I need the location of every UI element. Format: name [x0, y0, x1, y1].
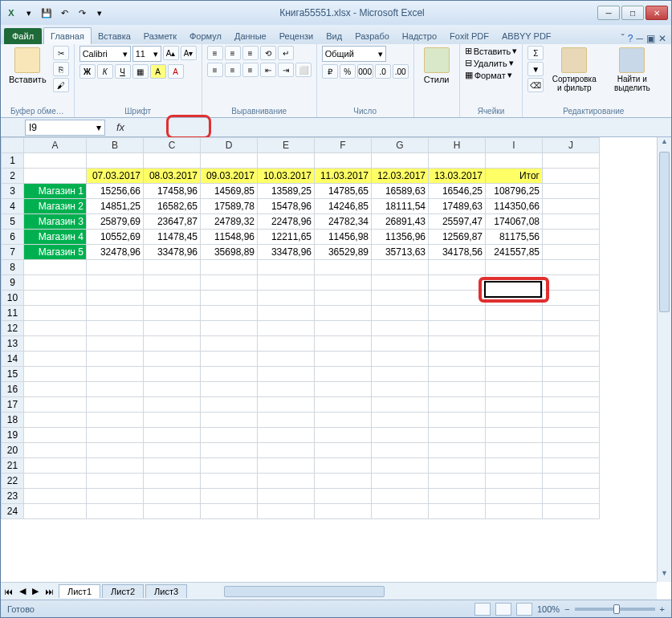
cell[interactable]: [429, 260, 486, 275]
cell[interactable]: [87, 428, 144, 443]
cell[interactable]: [144, 382, 201, 397]
insert-cells-button[interactable]: ⊞Вставить▾: [465, 46, 518, 56]
cell[interactable]: 07.03.2017: [87, 169, 144, 184]
cell[interactable]: [87, 367, 144, 382]
comma-icon[interactable]: 000: [357, 64, 373, 79]
cell[interactable]: [87, 382, 144, 397]
indent-dec-icon[interactable]: ⇤: [260, 63, 276, 77]
cell[interactable]: [543, 169, 600, 184]
cell[interactable]: [543, 443, 600, 458]
zoom-level[interactable]: 100%: [537, 604, 560, 614]
row-header-2[interactable]: 2: [2, 169, 24, 184]
cell[interactable]: [258, 336, 315, 352]
cell[interactable]: [258, 474, 315, 489]
autosum-icon[interactable]: Σ: [527, 46, 544, 60]
cell[interactable]: 12.03.2017: [372, 169, 429, 184]
cell[interactable]: [543, 489, 600, 504]
cell[interactable]: [144, 489, 201, 504]
cell[interactable]: [144, 306, 201, 321]
col-header-F[interactable]: F: [315, 138, 372, 153]
doc-restore-icon[interactable]: ▣: [646, 33, 655, 44]
sheet-tab-2[interactable]: Лист2: [102, 584, 144, 598]
row-header-11[interactable]: 11: [2, 306, 24, 321]
save-icon[interactable]: 💾: [39, 6, 54, 20]
tab-developer[interactable]: Разрабо: [348, 28, 396, 44]
cell[interactable]: [486, 382, 543, 397]
cell[interactable]: Магазин 2: [24, 199, 87, 214]
cell[interactable]: [543, 306, 600, 321]
cell[interactable]: [486, 352, 543, 367]
tab-formulas[interactable]: Формул: [183, 28, 228, 44]
cell[interactable]: [486, 275, 543, 291]
cell[interactable]: 241557,85: [486, 245, 543, 260]
border-icon[interactable]: ▦: [132, 64, 149, 79]
cell[interactable]: [201, 291, 258, 306]
cell[interactable]: [429, 321, 486, 336]
vscroll-thumb[interactable]: [659, 152, 670, 312]
sheet-nav-next[interactable]: ▶: [29, 586, 42, 596]
cell[interactable]: 18111,54: [372, 199, 429, 214]
zoom-slider[interactable]: [575, 608, 655, 611]
qat-more-icon[interactable]: ▾: [92, 6, 107, 20]
cell[interactable]: [543, 367, 600, 382]
row-header-21[interactable]: 21: [2, 458, 24, 474]
cell[interactable]: [486, 443, 543, 458]
cell[interactable]: [315, 428, 372, 443]
cell[interactable]: [24, 382, 87, 397]
dec-decimal-icon[interactable]: .00: [393, 64, 409, 79]
cell[interactable]: [144, 504, 201, 519]
cell[interactable]: 35713,63: [372, 245, 429, 260]
cell[interactable]: [258, 413, 315, 428]
cell[interactable]: [144, 474, 201, 489]
cell[interactable]: [372, 443, 429, 458]
cell[interactable]: [543, 214, 600, 230]
tab-home[interactable]: Главная: [43, 27, 92, 44]
cell[interactable]: [87, 336, 144, 352]
cell[interactable]: [24, 169, 87, 184]
cell[interactable]: [258, 260, 315, 275]
cell[interactable]: [315, 474, 372, 489]
row-header-20[interactable]: 20: [2, 443, 24, 458]
row-header-6[interactable]: 6: [2, 230, 24, 245]
delete-cells-button[interactable]: ⊟Удалить▾: [465, 58, 514, 68]
row-header-16[interactable]: 16: [2, 382, 24, 397]
cell[interactable]: [429, 382, 486, 397]
row-header-14[interactable]: 14: [2, 352, 24, 367]
cell[interactable]: [543, 474, 600, 489]
currency-icon[interactable]: ₽: [322, 64, 338, 79]
cell[interactable]: [258, 504, 315, 519]
cell[interactable]: [372, 428, 429, 443]
font-color-icon[interactable]: A: [168, 64, 184, 79]
cell[interactable]: [201, 336, 258, 352]
cell[interactable]: Магазин 5: [24, 245, 87, 260]
cell[interactable]: [372, 397, 429, 413]
cell[interactable]: [486, 397, 543, 413]
cell[interactable]: [429, 489, 486, 504]
ribbon-minimize-icon[interactable]: ˇ: [621, 33, 625, 44]
cell[interactable]: [258, 321, 315, 336]
cell[interactable]: [543, 504, 600, 519]
cell[interactable]: [315, 489, 372, 504]
col-header-B[interactable]: B: [87, 138, 144, 153]
undo-icon[interactable]: ↶: [57, 6, 71, 20]
cell[interactable]: [258, 458, 315, 474]
copy-icon[interactable]: ⎘: [53, 62, 69, 76]
doc-close-icon[interactable]: ✕: [658, 33, 666, 44]
col-header-D[interactable]: D: [201, 138, 258, 153]
cell[interactable]: 12569,87: [429, 230, 486, 245]
cell[interactable]: 13589,25: [258, 184, 315, 199]
cell[interactable]: [543, 184, 600, 199]
select-all-corner[interactable]: [2, 138, 24, 153]
cell[interactable]: [372, 382, 429, 397]
row-header-15[interactable]: 15: [2, 367, 24, 382]
align-top-icon[interactable]: ≡: [207, 46, 223, 60]
row-header-22[interactable]: 22: [2, 474, 24, 489]
hscroll-thumb[interactable]: [224, 586, 385, 597]
cell[interactable]: [201, 413, 258, 428]
cell[interactable]: [258, 489, 315, 504]
cell[interactable]: [24, 260, 87, 275]
orientation-icon[interactable]: ⟲: [260, 46, 276, 60]
cell[interactable]: [315, 352, 372, 367]
cell[interactable]: [87, 306, 144, 321]
cell[interactable]: [201, 397, 258, 413]
